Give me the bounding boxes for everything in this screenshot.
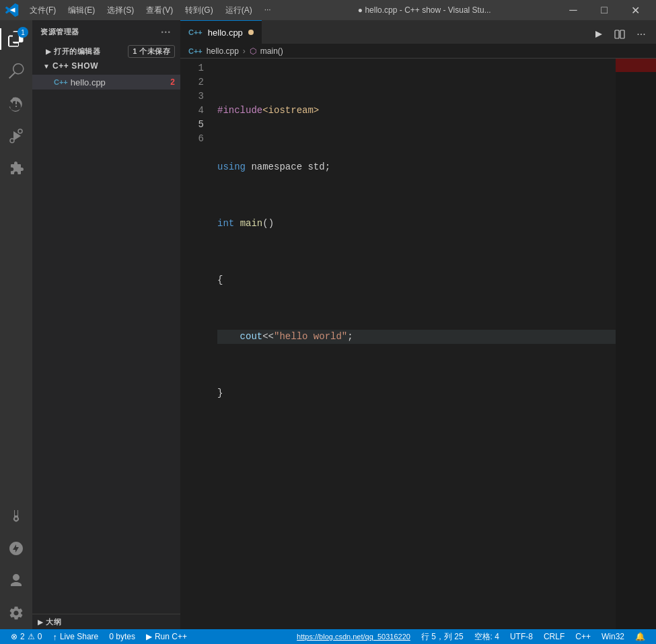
tab-hello-cpp[interactable]: C++ hello.cpp — [180, 20, 262, 44]
tab-cpp-icon: C++ — [188, 28, 203, 36]
code-token: "hello world" — [274, 330, 347, 344]
activity-bar: 1 — [0, 20, 32, 629]
activity-run[interactable] — [0, 120, 32, 152]
activity-test[interactable] — [0, 500, 32, 532]
live-share-label: Live Share — [60, 632, 98, 641]
code-token: } — [217, 386, 223, 400]
menu-file[interactable]: 文件(F) — [24, 3, 61, 17]
code-token: { — [217, 273, 223, 287]
breadcrumb-symbol: main() — [260, 46, 283, 56]
close-button[interactable]: ✕ — [620, 0, 651, 20]
window-title: ● hello.cpp - C++ show - Visual Stu... — [291, 5, 558, 15]
run-button[interactable] — [589, 25, 608, 44]
breadcrumb-separator: › — [243, 46, 246, 56]
sidebar-empty-space — [32, 91, 180, 614]
status-platform[interactable]: Win32 — [596, 629, 630, 644]
breadcrumb-file: hello.cpp — [207, 46, 239, 56]
svg-point-1 — [18, 129, 22, 133]
sidebar-more-button[interactable]: ··· — [159, 25, 172, 40]
code-token: namespace — [246, 160, 307, 174]
tab-modified-dot — [248, 30, 254, 35]
project-section: ▼ C++ SHOW C++ hello.cpp 2 — [32, 59, 180, 91]
status-language[interactable]: C++ — [570, 629, 596, 644]
minimap — [616, 59, 656, 629]
outline-section: ▶ 大纲 — [32, 614, 180, 629]
line-numbers: 1 2 3 4 5 6 — [180, 59, 211, 629]
csdn-link[interactable]: https://blog.csdn.net/qq_50316220 — [297, 633, 410, 641]
activity-source-control[interactable] — [0, 87, 32, 120]
status-live-share[interactable]: ↑ Live Share — [47, 629, 104, 644]
code-token: <iostream> — [262, 104, 319, 118]
file-name-area: C++ hello.cpp — [54, 77, 106, 87]
svg-point-0 — [10, 139, 14, 143]
line-num-1: 1 — [180, 61, 204, 75]
code-content[interactable]: #include<iostream> using namespace std; … — [211, 59, 616, 629]
status-notifications[interactable]: 🔔 — [630, 629, 651, 644]
status-encoding[interactable]: UTF-8 — [505, 629, 538, 644]
file-tree: C++ hello.cpp 2 — [32, 73, 180, 91]
file-error-badge: 2 — [170, 77, 175, 87]
file-item-hello-cpp[interactable]: C++ hello.cpp 2 — [32, 75, 180, 90]
project-folder[interactable]: ▼ C++ SHOW — [32, 59, 180, 73]
activity-explorer[interactable]: 1 — [0, 23, 32, 55]
code-token: std — [307, 160, 324, 174]
more-actions-button[interactable]: ··· — [632, 25, 651, 44]
menu-view[interactable]: 查看(V) — [141, 3, 178, 17]
maximize-button[interactable]: □ — [589, 0, 620, 20]
code-token: #include — [217, 104, 262, 118]
activity-search[interactable] — [0, 55, 32, 87]
menu-run[interactable]: 运行(A) — [220, 3, 258, 17]
code-token: ; — [325, 160, 330, 174]
code-line-4: { — [217, 273, 616, 287]
status-run-cpp[interactable]: ▶ Run C++ — [141, 629, 192, 644]
activity-remote[interactable] — [0, 532, 32, 565]
activity-extensions[interactable] — [0, 152, 32, 184]
unsaved-badge: 1 个未保存 — [128, 45, 175, 58]
outline-header[interactable]: ▶ 大纲 — [32, 614, 180, 629]
status-line-ending[interactable]: CRLF — [538, 629, 570, 644]
open-editors-chevron-icon: ▶ — [46, 48, 51, 55]
cursor-position: 行 5，列 25 — [421, 631, 464, 643]
split-editor-button[interactable] — [610, 25, 629, 44]
minimize-button[interactable]: ─ — [558, 0, 589, 20]
line-num-3: 3 — [180, 90, 204, 104]
code-line-3: int main() — [217, 217, 616, 231]
status-file-size[interactable]: 0 bytes — [104, 629, 141, 644]
titlebar: 文件(F) 编辑(E) 选择(S) 查看(V) 转到(G) 运行(A) ··· … — [0, 0, 656, 20]
vscode-logo-icon — [5, 3, 19, 17]
status-cursor[interactable]: 行 5，列 25 — [416, 629, 469, 644]
sidebar-title: 资源管理器 — [40, 27, 79, 37]
menu-select[interactable]: 选择(S) — [102, 3, 139, 17]
status-spaces[interactable]: 空格: 4 — [469, 629, 505, 644]
activity-account[interactable] — [0, 565, 32, 597]
error-count: 2 — [20, 632, 25, 641]
open-editors-label: 打开的编辑器 — [54, 46, 100, 57]
code-line-1: #include<iostream> — [217, 104, 616, 118]
platform-label: Win32 — [602, 632, 624, 641]
error-icon: ⊗ — [11, 632, 17, 641]
file-name-label: hello.cpp — [71, 77, 106, 87]
open-editors-header[interactable]: ▶ 打开的编辑器 1 个未保存 — [32, 44, 180, 59]
code-line-6: } — [217, 386, 616, 400]
status-errors[interactable]: ⊗ 2 ⚠ 0 — [5, 629, 47, 644]
menu-more[interactable]: ··· — [259, 3, 277, 17]
activity-settings[interactable] — [0, 597, 32, 629]
encoding-label: UTF-8 — [510, 632, 533, 641]
tab-actions: ··· — [589, 25, 656, 44]
project-chevron-icon: ▼ — [43, 63, 50, 70]
menu-edit[interactable]: 编辑(E) — [63, 3, 100, 17]
main-layout: 1 — [0, 20, 656, 629]
menu-goto[interactable]: 转到(G) — [180, 3, 218, 17]
line-ending-label: CRLF — [544, 632, 564, 641]
titlebar-menu: 文件(F) 编辑(E) 选择(S) 查看(V) 转到(G) 运行(A) ··· — [24, 3, 291, 17]
breadcrumb: C++ hello.cpp › ⬡ main() — [180, 44, 656, 59]
status-link[interactable]: https://blog.csdn.net/qq_50316220 — [291, 629, 416, 644]
language-label: C++ — [575, 632, 591, 641]
code-editor[interactable]: 1 2 3 4 5 6 #include<iostream> using nam… — [180, 59, 656, 629]
code-token — [234, 217, 240, 231]
line-num-6: 6 — [180, 132, 204, 146]
file-size-value: 0 bytes — [109, 632, 135, 641]
project-name-label: C++ SHOW — [52, 61, 98, 71]
code-token: main — [240, 217, 263, 231]
live-share-icon: ↑ — [52, 632, 57, 642]
